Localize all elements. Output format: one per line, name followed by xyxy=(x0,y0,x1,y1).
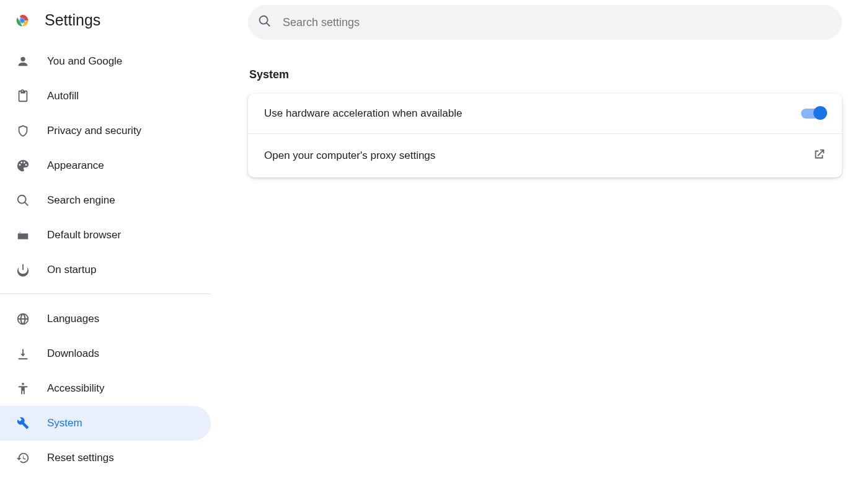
palette-icon xyxy=(16,159,30,173)
wrench-icon xyxy=(16,416,30,430)
search-input[interactable] xyxy=(283,16,832,29)
sidebar-item-label: Autofill xyxy=(47,90,79,102)
globe-icon xyxy=(16,312,30,326)
sidebar: Settings You and Google Autofill Privacy… xyxy=(0,0,211,489)
nav: You and Google Autofill Privacy and secu… xyxy=(0,44,211,475)
download-icon xyxy=(16,347,30,361)
sidebar-item-autofill[interactable]: Autofill xyxy=(0,79,211,114)
section-title: System xyxy=(249,68,842,81)
app-title: Settings xyxy=(45,11,100,29)
sidebar-item-label: System xyxy=(47,417,82,429)
settings-card: Use hardware acceleration when available… xyxy=(248,94,842,177)
row-label: Use hardware acceleration when available xyxy=(264,107,462,120)
sidebar-item-label: Search engine xyxy=(47,194,115,207)
sidebar-item-you-and-google[interactable]: You and Google xyxy=(0,44,211,79)
sidebar-item-label: Appearance xyxy=(47,159,104,172)
search-bar[interactable] xyxy=(248,5,842,40)
brand: Settings xyxy=(0,11,211,44)
sidebar-item-privacy[interactable]: Privacy and security xyxy=(0,114,211,148)
sidebar-item-appearance[interactable]: Appearance xyxy=(0,148,211,183)
sidebar-item-downloads[interactable]: Downloads xyxy=(0,336,211,371)
row-hardware-acceleration[interactable]: Use hardware acceleration when available xyxy=(248,94,842,133)
row-proxy-settings[interactable]: Open your computer's proxy settings xyxy=(248,133,842,177)
sidebar-item-label: You and Google xyxy=(47,55,122,68)
sidebar-item-label: Languages xyxy=(47,313,99,325)
sidebar-item-system[interactable]: System xyxy=(0,406,211,441)
sidebar-item-label: Privacy and security xyxy=(47,125,141,137)
sidebar-item-languages[interactable]: Languages xyxy=(0,302,211,336)
sidebar-item-default-browser[interactable]: Default browser xyxy=(0,218,211,253)
sidebar-item-label: Accessibility xyxy=(47,382,105,395)
row-label: Open your computer's proxy settings xyxy=(264,150,435,162)
external-link-icon xyxy=(812,148,826,164)
sidebar-item-label: Reset settings xyxy=(47,452,114,464)
accessibility-icon xyxy=(16,382,30,395)
sidebar-item-reset[interactable]: Reset settings xyxy=(0,441,211,475)
sidebar-item-on-startup[interactable]: On startup xyxy=(0,253,211,287)
restore-icon xyxy=(16,451,30,465)
sidebar-item-search-engine[interactable]: Search engine xyxy=(0,183,211,218)
sidebar-item-accessibility[interactable]: Accessibility xyxy=(0,371,211,406)
search-icon xyxy=(16,194,30,207)
chrome-logo-icon xyxy=(14,12,31,29)
sidebar-item-label: Default browser xyxy=(47,229,121,241)
browser-icon xyxy=(16,228,30,242)
toggle-switch[interactable] xyxy=(801,109,826,119)
person-icon xyxy=(16,55,30,68)
sidebar-item-label: On startup xyxy=(47,264,96,276)
shield-icon xyxy=(16,124,30,138)
search-icon xyxy=(258,14,272,30)
svg-point-2 xyxy=(20,18,25,22)
main: System Use hardware acceleration when av… xyxy=(211,0,868,489)
nav-separator xyxy=(0,294,211,294)
clipboard-icon xyxy=(16,89,30,103)
power-icon xyxy=(16,263,30,277)
sidebar-item-label: Downloads xyxy=(47,348,99,360)
